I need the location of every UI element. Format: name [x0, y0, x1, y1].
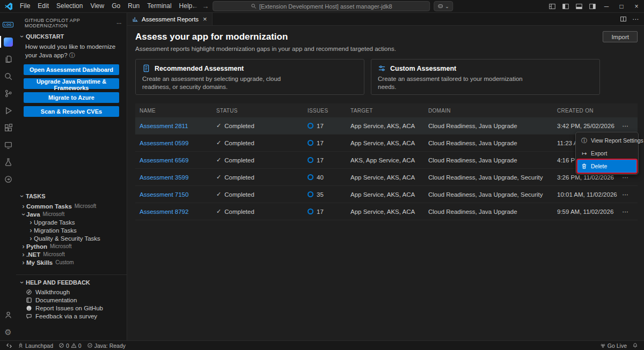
assessment-link[interactable]: Assessment 6569	[140, 157, 188, 163]
testing-beaker-icon[interactable]	[0, 153, 16, 170]
import-button[interactable]: Import	[603, 31, 638, 42]
scan-resolve-cves-button[interactable]: Scan & Resolve CVEs	[24, 106, 119, 117]
customize-layout-icon[interactable]	[545, 0, 559, 12]
assessment-link[interactable]: Assessment 7150	[140, 191, 188, 198]
app-modernization-extension-icon[interactable]	[0, 33, 16, 50]
info-icon[interactable]: ⓘ	[69, 52, 75, 58]
assessment-link[interactable]: Assessment 3599	[140, 174, 188, 181]
row-actions-icon[interactable]: ⋯	[623, 191, 638, 198]
assessment-link[interactable]: Assessment 0599	[140, 140, 188, 146]
menu-run[interactable]: Run	[124, 0, 143, 12]
compass-icon	[26, 289, 32, 295]
command-center-search[interactable]: [Extension Development Host] asset manag…	[213, 1, 430, 11]
github-icon	[26, 305, 32, 311]
title-bar: File Edit Selection View Go Run Terminal…	[0, 0, 644, 13]
launchpad-status[interactable]: Launchpad	[15, 341, 56, 350]
quickstart-section-header[interactable]: › QUICKSTART	[16, 31, 127, 42]
extensions-icon[interactable]	[0, 119, 16, 136]
task-item-python[interactable]: › Python Microsoft	[16, 242, 127, 250]
task-item-quality-security-tasks[interactable]: › Quality & Security Tasks	[16, 234, 127, 242]
forward-arrow-icon[interactable]: →	[202, 2, 209, 10]
remote-explorer-icon[interactable]	[0, 136, 16, 153]
menu-selection[interactable]: Selection	[53, 0, 86, 12]
issues-donut-icon	[308, 140, 313, 146]
row-actions-icon[interactable]: ⋯	[623, 122, 638, 130]
table-row[interactable]: Assessment 3599 ✓Completed 40 App Servic…	[135, 169, 638, 186]
upgrade-java-runtime-button[interactable]: Upgrade Java Runtime & Frameworks	[24, 78, 119, 89]
custom-assessment-card[interactable]: Custom Assessment Create an assessment t…	[371, 59, 600, 95]
more-actions-icon[interactable]: ⋯	[116, 20, 122, 26]
menu-item-delete[interactable]: Delete	[577, 160, 636, 173]
tasks-section-header[interactable]: › TASKS	[16, 191, 127, 202]
log-output-icon[interactable]: LOG	[0, 16, 16, 33]
chevron-down-icon: ›	[18, 193, 26, 199]
menu-edit[interactable]: Edit	[34, 0, 53, 12]
help-item-report-issues[interactable]: Report Issues on GitHub	[16, 304, 127, 312]
page-header: Assess your app for modernization Import	[135, 31, 638, 42]
row-actions-icon[interactable]: ⋯	[623, 208, 638, 215]
menu-view[interactable]: View	[86, 0, 108, 12]
page-title: Assess your app for modernization	[135, 32, 288, 42]
problems-status[interactable]: 0 0	[56, 341, 84, 350]
menu-terminal[interactable]: Terminal	[143, 0, 175, 12]
circle-arrow-icon[interactable]	[0, 170, 16, 188]
assessment-link[interactable]: Assessment 2811	[140, 123, 188, 129]
minimize-button[interactable]: ─	[599, 0, 614, 12]
menu-file[interactable]: File	[16, 0, 34, 12]
task-item-common-tasks[interactable]: › Common Tasks Microsoft	[16, 202, 127, 210]
toggle-primary-sidebar-icon[interactable]	[559, 0, 572, 12]
table-row[interactable]: Assessment 7150 ✓Completed 35 App Servic…	[135, 186, 638, 203]
java-status[interactable]: Java: Ready	[84, 341, 128, 350]
table-row[interactable]: Assessment 0599 ✓Completed 17 App Servic…	[135, 135, 638, 152]
tab-close-icon[interactable]: ×	[203, 15, 207, 23]
broadcast-tower-icon	[600, 342, 606, 348]
remote-indicator[interactable]	[3, 341, 15, 350]
check-icon: ✓	[216, 122, 221, 129]
search-icon[interactable]	[0, 68, 16, 85]
open-assessment-dashboard-button[interactable]: Open Assessment Dashboard	[24, 64, 119, 75]
recommended-assessment-card[interactable]: Recommended Assessment Create an assessm…	[135, 59, 364, 95]
table-row[interactable]: Assessment 8792 ✓Completed 17 App Servic…	[135, 203, 638, 220]
table-row[interactable]: Assessment 2811 ✓Completed 17 App Servic…	[135, 117, 638, 135]
help-item-feedback-survey[interactable]: Feedback via a survey	[16, 312, 127, 320]
col-domain: DOMAIN	[424, 108, 553, 114]
task-item-migration-tasks[interactable]: › Migration Tasks	[16, 226, 127, 234]
run-debug-icon[interactable]	[0, 102, 16, 119]
toggle-secondary-sidebar-icon[interactable]	[586, 0, 599, 12]
task-item-dotnet[interactable]: › .NET Microsoft	[16, 250, 127, 258]
col-name: NAME	[135, 108, 212, 114]
assessments-table: NAME STATUS ISSUES TARGET DOMAIN CREATED…	[135, 103, 638, 220]
row-context-menu: ⓘ View Report Settings ↦ Export Delete	[575, 132, 639, 175]
task-item-java[interactable]: › Java Microsoft	[16, 210, 127, 218]
copilot-menu-button[interactable]: ⌄	[434, 1, 453, 11]
menu-item-export[interactable]: ↦ Export	[577, 147, 636, 160]
accounts-icon[interactable]	[0, 306, 16, 323]
table-row[interactable]: Assessment 6569 ✓Completed 17 AKS, App S…	[135, 152, 638, 169]
settings-gear-icon[interactable]: ⚙	[0, 323, 16, 340]
task-item-upgrade-tasks[interactable]: › Upgrade Tasks	[16, 218, 127, 226]
notifications-bell[interactable]	[630, 341, 641, 350]
source-control-icon[interactable]	[0, 85, 16, 102]
chevron-right-icon: ›	[20, 251, 26, 258]
issues-donut-icon	[308, 174, 313, 180]
close-window-button[interactable]: ×	[629, 0, 644, 12]
maximize-button[interactable]: □	[614, 0, 629, 12]
help-item-documentation[interactable]: Documentation	[16, 296, 127, 304]
help-section-header[interactable]: › HELP AND FEEDBACK	[16, 277, 127, 288]
help-item-walkthrough[interactable]: Walkthrough	[16, 288, 127, 296]
more-actions-icon[interactable]: ⋯	[632, 16, 639, 23]
back-arrow-icon[interactable]: ←	[191, 2, 198, 10]
split-editor-icon[interactable]	[620, 16, 627, 23]
activity-bar: LOG	[0, 13, 16, 340]
toggle-panel-icon[interactable]	[572, 0, 586, 12]
rocket-icon	[18, 342, 24, 348]
explorer-icon[interactable]	[0, 50, 16, 68]
vscode-logo-icon	[4, 2, 13, 11]
migrate-to-azure-button[interactable]: Migrate to Azure	[24, 92, 119, 103]
tab-assessment-reports[interactable]: Assessment Reports ×	[127, 13, 213, 25]
menu-go[interactable]: Go	[108, 0, 124, 12]
assessment-link[interactable]: Assessment 8792	[140, 208, 188, 215]
menu-item-view-report-settings[interactable]: ⓘ View Report Settings	[577, 134, 636, 147]
task-item-my-skills[interactable]: › My Skills Custom	[16, 258, 127, 266]
go-live-status[interactable]: Go Live	[597, 341, 630, 350]
